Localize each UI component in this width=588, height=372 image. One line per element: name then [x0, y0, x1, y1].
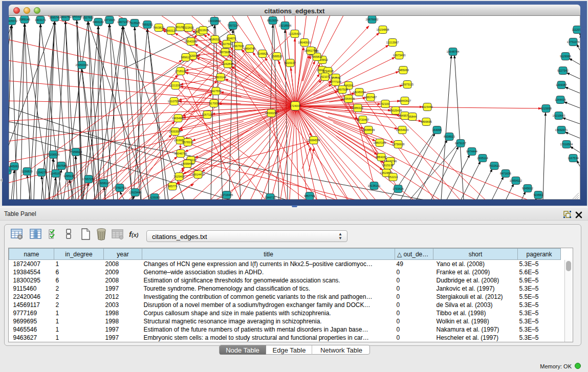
svg-text:15692971: 15692971 — [555, 128, 568, 132]
svg-text:9474444: 9474444 — [466, 150, 477, 153]
svg-text:924561: 924561 — [534, 193, 543, 196]
svg-text:16154808: 16154808 — [377, 28, 389, 31]
svg-text:19384554: 19384554 — [308, 139, 320, 142]
svg-text:9327501: 9327501 — [221, 42, 232, 46]
svg-text:17957253: 17957253 — [82, 178, 95, 181]
svg-text:12213967: 12213967 — [386, 41, 399, 44]
svg-text:14136141: 14136141 — [368, 184, 381, 187]
svg-text:19756928: 19756928 — [392, 143, 405, 146]
svg-text:1615132: 1615132 — [382, 164, 394, 167]
svg-text:12923446: 12923446 — [129, 191, 142, 194]
svg-text:9245612: 9245612 — [522, 187, 533, 190]
svg-text:9115460: 9115460 — [422, 105, 432, 108]
svg-text:2322605: 2322605 — [198, 29, 209, 32]
svg-text:2322605: 2322605 — [183, 26, 194, 29]
svg-text:19654985: 19654985 — [172, 117, 185, 120]
svg-text:7955812: 7955812 — [311, 55, 322, 58]
svg-text:9884067: 9884067 — [376, 156, 387, 159]
svg-text:2718129: 2718129 — [175, 70, 186, 73]
svg-text:1997586: 1997586 — [56, 164, 67, 167]
svg-text:1695742: 1695742 — [49, 16, 60, 19]
svg-text:18245354: 18245354 — [353, 91, 366, 94]
svg-text:17359924: 17359924 — [70, 150, 82, 154]
svg-text:1071915: 1071915 — [104, 18, 115, 21]
svg-text:7655251: 7655251 — [142, 23, 153, 26]
svg-text:62100: 62100 — [381, 102, 389, 105]
svg-text:6466160: 6466160 — [93, 20, 104, 24]
svg-text:2386322: 2386322 — [352, 106, 363, 110]
svg-text:10807487: 10807487 — [364, 96, 377, 99]
svg-text:1421072: 1421072 — [319, 75, 331, 78]
svg-text:8220137: 8220137 — [285, 61, 296, 64]
svg-text:9146821: 9146821 — [257, 52, 268, 55]
svg-text:6899695: 6899695 — [421, 120, 432, 123]
svg-text:2935114: 2935114 — [477, 157, 488, 160]
svg-text:9135083: 9135083 — [149, 196, 160, 199]
svg-text:954676: 954676 — [227, 37, 236, 40]
svg-text:16543382: 16543382 — [185, 40, 198, 43]
svg-text:8813054: 8813054 — [267, 19, 278, 22]
svg-text:9857791: 9857791 — [304, 194, 315, 198]
svg-text:18807249: 18807249 — [374, 141, 386, 144]
svg-text:16210643: 16210643 — [553, 114, 565, 117]
svg-text:18300295: 18300295 — [265, 112, 278, 115]
svg-text:164095: 164095 — [432, 128, 442, 132]
svg-text:8938923: 8938923 — [444, 135, 455, 138]
svg-text:845061: 845061 — [10, 165, 19, 168]
svg-text:1156829: 1156829 — [21, 170, 32, 173]
svg-text:6794028: 6794028 — [322, 70, 334, 73]
svg-text:2967606: 2967606 — [233, 45, 244, 48]
svg-text:95844: 95844 — [408, 115, 417, 118]
svg-text:19654923: 19654923 — [396, 128, 409, 132]
svg-text:1167534: 1167534 — [568, 157, 578, 160]
svg-text:3875685: 3875685 — [220, 51, 231, 54]
svg-text:10107554: 10107554 — [168, 100, 181, 103]
svg-text:7485063: 7485063 — [398, 69, 409, 72]
svg-text:10688609: 10688609 — [362, 128, 375, 132]
svg-text:1405572: 1405572 — [9, 19, 17, 23]
svg-text:16648784: 16648784 — [447, 50, 460, 53]
svg-text:1346721: 1346721 — [265, 196, 276, 199]
svg-text:1294275: 1294275 — [36, 171, 47, 174]
svg-text:6479197: 6479197 — [455, 142, 466, 145]
svg-text:9777109: 9777109 — [330, 80, 341, 83]
svg-text:19463627: 19463627 — [399, 99, 411, 102]
svg-text:2089146: 2089146 — [19, 18, 30, 21]
svg-text:7515525: 7515525 — [129, 21, 140, 25]
svg-text:1065328: 1065328 — [71, 16, 82, 18]
svg-text:10654112: 10654112 — [510, 179, 522, 182]
svg-text:13716485: 13716485 — [221, 193, 233, 196]
svg-text:7357224: 7357224 — [227, 24, 238, 27]
svg-text:252214: 252214 — [388, 176, 398, 179]
svg-text:20364436: 20364436 — [342, 97, 355, 100]
svg-text:985779: 985779 — [168, 185, 178, 188]
svg-text:20053346: 20053346 — [76, 63, 89, 67]
svg-text:1733426: 1733426 — [393, 187, 404, 190]
svg-text:1588520: 1588520 — [271, 55, 282, 58]
svg-text:11325419: 11325419 — [289, 32, 301, 35]
svg-text:20206526: 20206526 — [47, 153, 60, 156]
svg-text:1145191: 1145191 — [50, 172, 61, 175]
svg-text:8471636: 8471636 — [500, 172, 511, 175]
svg-text:15720407: 15720407 — [357, 118, 369, 121]
svg-text:1903171: 1903171 — [35, 18, 46, 21]
svg-text:19218506: 19218506 — [279, 24, 292, 27]
svg-text:8186328: 8186328 — [209, 38, 221, 41]
svg-text:9227342: 9227342 — [557, 69, 569, 72]
svg-text:10046786: 10046786 — [175, 152, 187, 155]
svg-text:989611: 989611 — [181, 56, 190, 59]
svg-text:10973493: 10973493 — [393, 54, 406, 57]
svg-text:8454749: 8454749 — [244, 47, 255, 50]
svg-text:26876682: 26876682 — [366, 18, 379, 21]
svg-text:9427552: 9427552 — [210, 90, 222, 93]
svg-text:18640910: 18640910 — [298, 41, 311, 44]
svg-text:16782759: 16782759 — [114, 186, 126, 189]
svg-text:16961758: 16961758 — [304, 49, 317, 52]
svg-text:14099459: 14099459 — [181, 162, 194, 165]
svg-text:3215958: 3215958 — [540, 107, 552, 110]
svg-text:16914479: 16914479 — [192, 173, 205, 176]
svg-text:3267110: 3267110 — [202, 113, 212, 116]
svg-text:13751074: 13751074 — [567, 40, 580, 43]
svg-text:1112071: 1112071 — [572, 28, 580, 31]
svg-text:8578312: 8578312 — [182, 141, 193, 144]
